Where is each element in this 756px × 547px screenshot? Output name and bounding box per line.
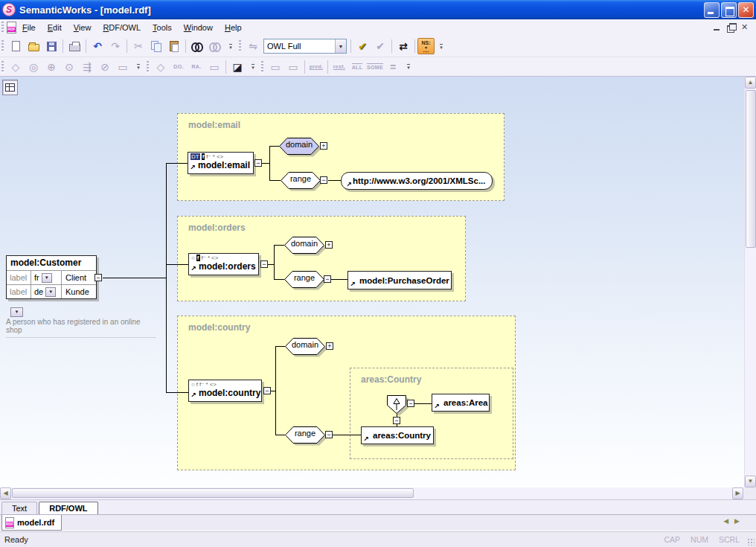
menu-window[interactable]: Window (178, 21, 219, 34)
namespace-button[interactable]: NS: ▾ (417, 38, 435, 54)
datatype-node-xmlschema[interactable]: ↗ http://www.w3.org/2001/XMLSc... (341, 172, 493, 190)
save-button[interactable] (43, 38, 60, 54)
add-property-button[interactable]: ⇶ (79, 59, 95, 75)
language-dropdown[interactable]: ▼ (45, 287, 56, 297)
collapse-toggle[interactable] (260, 260, 268, 268)
tab-rdfowl-view[interactable]: RDF/OWL (39, 502, 97, 514)
toolbar-grip[interactable] (239, 40, 241, 52)
class-node-areas-country[interactable]: ↗ areas:Country (361, 426, 434, 444)
toolbar-grip[interactable] (1, 61, 4, 73)
domain-hexagon[interactable]: domain (284, 237, 327, 257)
collapse-toggle[interactable] (407, 400, 414, 407)
new-file-button[interactable] (7, 38, 24, 54)
superclass-connector[interactable] (387, 395, 409, 417)
domain-hexagon[interactable]: domain (279, 138, 322, 158)
add-instance-button[interactable]: ⊙ (61, 59, 77, 75)
toolbar-overflow-button[interactable]: ▾ (249, 60, 257, 74)
scroll-up-button[interactable]: ▲ (745, 77, 756, 89)
minimize-button[interactable] (704, 2, 720, 18)
link-button[interactable]: ⇋ (245, 38, 261, 54)
add-class-button[interactable]: ◇ (7, 59, 24, 75)
toolbar-grip[interactable] (261, 61, 263, 73)
some-values-button[interactable]: SOME (367, 59, 383, 75)
open-file-button[interactable] (25, 38, 42, 54)
toolbar-grip[interactable] (147, 61, 149, 73)
add-restriction-button[interactable]: rest. (331, 59, 347, 75)
find-button[interactable] (189, 38, 205, 54)
range-hexagon[interactable]: range (285, 426, 328, 447)
copy-button[interactable] (148, 38, 164, 54)
property-node-email[interactable]: DT f f⁻ * <> model:email↗ (188, 152, 254, 174)
add-list-button[interactable]: ▭ (115, 59, 131, 75)
toolbar-grip[interactable] (1, 40, 4, 52)
sync-views-button[interactable]: ⇄ (395, 38, 411, 54)
property-node-country[interactable]: ○ f f⁻ * <> model:country↗ (188, 380, 262, 402)
add-union-button[interactable]: ⊕ (43, 59, 60, 75)
menu-view[interactable]: View (68, 21, 97, 34)
menu-help[interactable]: Help (219, 21, 248, 34)
add-label-button[interactable]: ▭ (267, 59, 284, 75)
print-button[interactable] (66, 38, 83, 54)
owl-level-combobox[interactable]: OWL Full ▼ (263, 39, 347, 54)
paste-button[interactable] (166, 38, 182, 54)
mdi-restore-icon[interactable] (726, 23, 736, 32)
horizontal-scroll-thumb[interactable] (12, 488, 414, 498)
scroll-down-button[interactable]: ▼ (745, 476, 756, 487)
property-node-orders[interactable]: ○ f f⁻ * <> model:orders↗ (188, 253, 259, 275)
add-predicate-pin-button[interactable]: ◇ (153, 59, 169, 75)
add-comment-button[interactable]: ▭ (285, 59, 301, 75)
collapse-toggle[interactable] (393, 417, 400, 424)
tab-scroll-left-icon[interactable]: ◀ (723, 517, 728, 525)
annotation-value[interactable]: Kunde (62, 285, 96, 298)
domain-hexagon[interactable]: domain (285, 338, 328, 358)
check-syntax-button[interactable]: ✔ (354, 38, 371, 54)
collapse-toggle[interactable] (320, 176, 327, 184)
class-node-purchaseorder[interactable]: ↗ model:PurchaseOrder (347, 271, 452, 290)
comment-dropdown-button[interactable]: ▼ (10, 307, 23, 317)
toolbar-overflow-button[interactable]: ▾ (437, 39, 446, 54)
diagram-canvas[interactable]: model:email model:orders model:country a… (0, 77, 744, 487)
undo-button[interactable]: ↶ (89, 38, 106, 54)
tab-text-view[interactable]: Text (1, 502, 37, 514)
scroll-left-button[interactable]: ◀ (0, 487, 11, 499)
collapse-toggle[interactable] (254, 159, 262, 167)
add-disjoint-button[interactable]: ⊘ (97, 59, 113, 75)
add-box-button[interactable]: ▭ (206, 59, 222, 75)
menu-tools[interactable]: Tools (147, 21, 178, 34)
restore-button[interactable] (721, 2, 737, 18)
overview-button[interactable] (2, 80, 18, 95)
vertical-scroll-thumb[interactable] (746, 90, 756, 248)
nested-group-areas-country[interactable]: areas:Country (350, 368, 513, 459)
class-node-area[interactable]: ↗ areas:Area (432, 394, 490, 412)
class-node-customer[interactable]: model:Customer label fr ▼ Client label d… (6, 255, 97, 299)
toolbar-overflow-button[interactable]: ▾ (404, 60, 413, 74)
cut-button[interactable]: ✂ (130, 38, 147, 54)
expand-toggle[interactable] (326, 342, 333, 350)
equivalent-button[interactable]: = (385, 59, 401, 75)
mdi-close-icon[interactable] (740, 23, 750, 32)
toolbar-grip[interactable] (1, 22, 4, 33)
combo-dropdown-button[interactable]: ▼ (335, 39, 346, 53)
add-predicate-button[interactable]: pred. (308, 59, 324, 75)
menu-rdfowl[interactable]: RDF/OWL (97, 21, 147, 34)
document-tab-modelrdf[interactable]: RDF model.rdf (1, 515, 62, 531)
add-range-button[interactable]: RA. (188, 59, 205, 75)
menu-edit[interactable]: Edit (42, 21, 68, 34)
toolbar-overflow-button[interactable]: ▾ (226, 39, 235, 54)
expand-toggle[interactable] (325, 241, 333, 249)
mdi-minimize-icon[interactable] (712, 23, 722, 32)
collapse-toggle[interactable] (325, 431, 333, 438)
toggle-fill-button[interactable]: ◪ (229, 59, 246, 75)
collapse-toggle[interactable] (94, 274, 102, 281)
validate-button[interactable]: ✔ (372, 38, 388, 54)
all-values-button[interactable]: ALL (349, 59, 365, 75)
scroll-right-button[interactable]: ▶ (732, 487, 743, 499)
tab-scroll-right-icon[interactable]: ▶ (734, 517, 740, 525)
resize-grip[interactable] (747, 538, 755, 546)
collapse-toggle[interactable] (263, 387, 271, 394)
expand-toggle[interactable] (320, 142, 327, 150)
redo-button[interactable]: ↷ (107, 38, 124, 54)
range-hexagon[interactable]: range (281, 172, 324, 192)
close-button[interactable] (738, 2, 754, 18)
toolbar-overflow-button[interactable]: ▾ (134, 60, 143, 74)
